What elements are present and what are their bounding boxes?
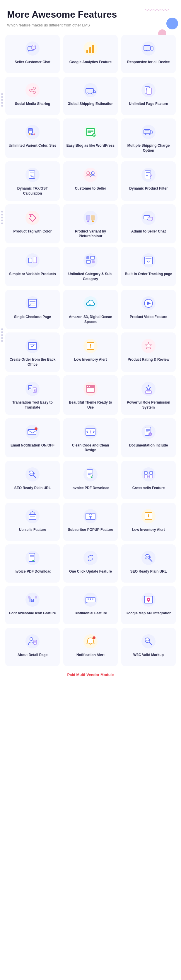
feature-icon-blog: W (82, 124, 99, 140)
page-header: More Awesome Features Which feature make… (0, 0, 181, 33)
svg-point-30 (33, 134, 35, 135)
left-dots-decoration (0, 92, 4, 108)
feature-icon-map (140, 592, 157, 608)
feature-card-15: Admin to Seller Chat (121, 204, 176, 244)
svg-rect-90 (28, 342, 36, 350)
svg-rect-107 (146, 391, 151, 394)
svg-rect-73 (87, 261, 90, 263)
feature-card-18: Built-in Order Tracking page (121, 247, 176, 286)
feature-label-10: Dynamic TAX/GST Calculation (8, 186, 57, 196)
feature-icon-update (82, 550, 99, 566)
feature-icon-seo: SEO (24, 466, 41, 483)
feature-icon-seo2: SEO (140, 550, 157, 566)
feature-label-3: Responsive for all Device (127, 60, 170, 65)
feature-icon-video (140, 295, 157, 312)
svg-point-65 (92, 220, 94, 222)
feature-label-2: Google Analytics Feature (69, 60, 112, 65)
svg-point-133 (142, 468, 156, 482)
svg-point-82 (30, 304, 31, 306)
feature-card-35: Subscriber POPUP Feature (63, 503, 118, 541)
feature-card-13: Product Tag with Color (5, 204, 60, 244)
feature-icon-tax: % (24, 167, 41, 183)
feature-card-4: Social Media Sharing (5, 77, 60, 115)
page-subtitle: Which feature makes us different from ot… (7, 23, 174, 27)
feature-icon-cloud: S3 (82, 295, 99, 312)
feature-label-19: Single Checkout Page (14, 315, 51, 320)
footer-label: Paid Multi-Vendor Module (0, 668, 181, 682)
svg-point-51 (83, 168, 98, 182)
feature-card-1: Seller Customer Chat (5, 35, 60, 73)
feature-card-12: Dynamic Product Filter (121, 161, 176, 201)
svg-point-169 (92, 598, 93, 600)
svg-text:S3: S3 (89, 303, 91, 305)
feature-label-14: Product Variant by Picture/colour (66, 229, 115, 239)
feature-icon-social (24, 82, 41, 99)
svg-point-174 (30, 638, 33, 641)
feature-label-33: Cross sells Feature (132, 485, 165, 491)
feature-label-42: Google Map API Integration (126, 611, 172, 616)
svg-rect-71 (87, 256, 89, 259)
feature-card-38: One Click Update Feature (63, 544, 118, 582)
svg-text:W: W (93, 134, 96, 137)
feature-card-14: Product Variant by Picture/colour (63, 204, 118, 244)
feature-card-17: Unlimited Category & Sub-Category (63, 247, 118, 286)
feature-label-34: Up sells Feature (19, 527, 46, 532)
feature-label-1: Seller Customer Chat (15, 60, 50, 65)
feature-label-16: Simple or Variable Products (9, 272, 56, 277)
feature-icon-backoffice (24, 338, 41, 354)
svg-point-43 (149, 134, 150, 135)
feature-card-37: Invoice PDF Download (5, 544, 60, 582)
feature-card-8: WEasy Blog as like WordPress (63, 118, 118, 158)
feature-card-29: Clean Code and Clean Design (63, 418, 118, 458)
feature-icon-notification (82, 633, 99, 650)
deco-circle-blue (166, 18, 178, 29)
feature-icon-invoice2 (24, 550, 41, 566)
svg-point-104 (87, 386, 88, 387)
feature-card-20: S3Amazon S3, Digital Ocean Spaces (63, 290, 118, 329)
svg-rect-3 (87, 50, 88, 53)
feature-label-23: Low Inventory Alert (74, 357, 107, 362)
feature-icon-inventory (82, 338, 99, 354)
feature-card-11: Customer to Seller (63, 161, 118, 201)
svg-point-61 (83, 211, 98, 225)
feature-card-44: Notification Alert (63, 628, 118, 666)
svg-rect-110 (28, 430, 36, 435)
svg-rect-136 (145, 475, 147, 478)
feature-card-3: Responsive for all Device (121, 35, 176, 73)
svg-point-167 (88, 598, 89, 600)
feature-label-26: Beautiful Theme Ready to Use (66, 400, 115, 410)
feature-label-32: Invoice PDF Download (71, 485, 109, 491)
svg-text:W3C: W3C (145, 640, 150, 642)
svg-text:%: % (31, 175, 34, 178)
feature-icon-w3c: W3C (140, 633, 157, 650)
feature-card-22: Create Order from the Back Office (5, 332, 60, 372)
feature-label-25: Translation Tool Easy to Translate (8, 400, 57, 410)
feature-card-10: %Dynamic TAX/GST Calculation (5, 161, 60, 201)
svg-point-172 (148, 599, 149, 600)
feature-label-35: Subscriber POPUP Feature (68, 527, 113, 532)
feature-icon-responsive (140, 40, 157, 57)
feature-label-45: W3C Valid Markup (133, 652, 164, 657)
feature-icon-category (82, 252, 99, 269)
feature-card-40: faFont Awesome Icon Feature (5, 586, 60, 624)
feature-icon-role (140, 381, 157, 397)
svg-point-148 (90, 517, 91, 519)
feature-label-30: Documentation Include (129, 443, 168, 448)
feature-icon-chat (24, 40, 41, 57)
feature-icon-customer-seller (82, 167, 99, 183)
svg-rect-25 (147, 88, 151, 94)
feature-card-39: SEOSEO Ready Plain URL (121, 544, 176, 582)
svg-rect-76 (145, 257, 153, 264)
svg-rect-4 (89, 47, 91, 53)
feature-label-36: Low Inventory Alert (132, 527, 165, 532)
feature-label-7: Unlimited Varient Color, Size (9, 143, 57, 148)
feature-card-33: Cross sells Feature (121, 461, 176, 499)
svg-point-10 (25, 83, 39, 97)
feature-label-41: Testimonial Feature (74, 611, 107, 616)
feature-icon-docs: ? (140, 423, 157, 440)
feature-card-5: Global Shipping Estimation (63, 77, 118, 115)
feature-label-40: Font Awesome Icon Feature (9, 611, 56, 616)
svg-rect-5 (92, 45, 94, 53)
svg-point-18 (87, 93, 88, 94)
feature-icon-admin-chat (140, 210, 157, 226)
